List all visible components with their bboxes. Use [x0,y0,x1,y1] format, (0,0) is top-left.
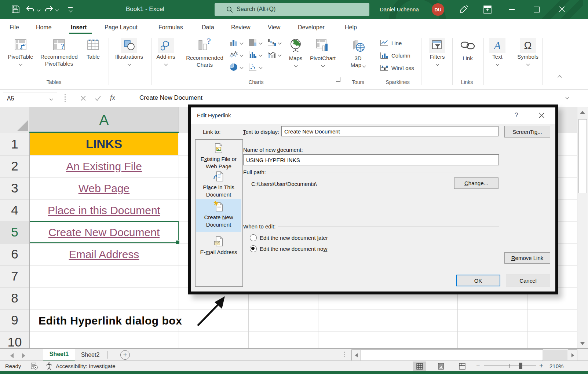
line-chart-dropdown-icon[interactable] [240,53,244,57]
3d-map-button[interactable]: 3D Map [346,38,370,69]
row-header-5[interactable]: 5 [0,221,29,243]
tab-help[interactable]: Help [345,24,357,31]
linkto-existing-file[interactable]: Existing File or Web Page [196,143,241,170]
edit-later-label[interactable]: Edit the new document later [260,235,328,241]
cell-a1[interactable]: LINKS [30,133,178,155]
dialog-help-icon[interactable]: ? [515,111,518,119]
accessibility-icon[interactable] [45,362,53,370]
filters-button[interactable]: Filters [426,38,449,67]
horizontal-scrollbar-thumb[interactable] [361,349,543,361]
minimize-button[interactable] [509,9,515,10]
scatter-chart-icon[interactable] [248,63,257,72]
row-header-8[interactable]: 8 [0,287,29,309]
tab-view[interactable]: View [268,24,280,31]
cancel-entry-icon[interactable] [80,95,86,101]
text-to-display-input[interactable] [281,126,498,136]
tab-developer[interactable]: Developer [298,24,325,31]
select-all-corner[interactable] [0,107,30,133]
dialog-close-icon[interactable] [539,113,544,118]
tab-insert[interactable]: Insert [71,24,87,31]
screentip-button[interactable]: ScreenTip... [504,126,550,138]
tab-review[interactable]: Review [231,24,250,31]
horizontal-scrollbar-track[interactable] [543,350,567,360]
pivotchart-button[interactable]: PivotChart [307,38,338,68]
row-header-1[interactable]: 1 [0,133,29,155]
name-box[interactable]: A5 [3,92,57,105]
linkto-place-in-document[interactable]: Place in This Document [196,171,241,198]
ok-button[interactable]: OK [456,275,500,286]
normal-view-button[interactable] [413,362,426,371]
new-document-name-input[interactable] [243,154,499,165]
sparkline-column-button[interactable]: Column [380,52,410,59]
linkto-email-address[interactable]: E-mail Address [196,236,241,256]
tab-file[interactable]: File [10,24,19,31]
line-chart-icon[interactable] [229,51,238,59]
scatter-chart-dropdown-icon[interactable] [259,66,263,69]
edit-now-label[interactable]: Edit the new document now [260,246,327,252]
hierarchy-chart-icon[interactable] [248,38,257,47]
tab-page-layout[interactable]: Page Layout [105,24,138,31]
row-header-2[interactable]: 2 [0,155,29,177]
recommended-pivottables-button[interactable]: ? Recommended PivotTables [37,38,81,67]
sheet-tab-sheet1[interactable]: Sheet1 [43,349,75,361]
column-header-a[interactable]: A [29,107,179,133]
dialog-title-bar[interactable]: Edit Hyperlink ? [191,107,555,124]
expand-formula-bar-icon[interactable] [566,96,569,99]
formula-content[interactable]: Create New Document [139,94,202,102]
remove-link-button[interactable]: Remove Link [504,252,550,264]
edit-later-radio[interactable] [250,234,257,241]
hierarchy-chart-dropdown-icon[interactable] [259,41,263,45]
hscroll-right-button[interactable] [568,349,577,361]
search-box[interactable]: Search (Alt+Q) [215,3,369,16]
prev-sheet-button[interactable] [10,353,14,358]
ribbon-display-options-icon[interactable] [483,6,492,14]
customize-qat-icon[interactable] [68,7,73,8]
enter-entry-icon[interactable] [95,95,101,101]
page-break-view-button[interactable] [456,362,469,371]
feedback-pen-icon[interactable] [459,5,468,14]
pie-chart-icon[interactable] [229,63,238,72]
maps-button[interactable]: Maps [285,38,306,68]
waterfall-chart-dropdown-icon[interactable] [278,41,282,45]
row-header-10[interactable]: 10 [0,331,29,348]
histogram-chart-icon[interactable] [248,51,257,59]
link-button[interactable]: Link [456,38,479,62]
hscroll-left-button[interactable] [351,349,361,361]
column-chart-dropdown-icon[interactable] [240,41,244,45]
recommended-charts-button[interactable]: ? Recommended Charts [185,37,224,68]
histogram-chart-dropdown-icon[interactable] [259,53,263,57]
undo-icon[interactable] [26,5,35,14]
cancel-button[interactable]: Cancel [506,275,550,286]
insert-function-icon[interactable]: fx [110,94,115,102]
tab-formulas[interactable]: Formulas [158,24,183,31]
column-chart-icon[interactable] [229,38,238,47]
row-header-4[interactable]: 4 [0,199,29,221]
tab-home[interactable]: Home [36,24,52,31]
vertical-scrollbar[interactable] [577,107,588,348]
zoom-out-button[interactable]: − [476,362,480,370]
sparkline-winloss-button[interactable]: Win/Loss [380,64,414,72]
row-header-9[interactable]: 9 [0,309,29,331]
customize-qat-chevron-icon[interactable] [69,9,73,12]
text-button[interactable]: A Text [487,38,508,67]
next-sheet-button[interactable] [22,353,25,358]
redo-dropdown-icon[interactable] [55,8,59,12]
vertical-scrollbar-thumb[interactable] [578,119,587,193]
combo-chart-icon[interactable] [267,51,276,59]
combo-chart-dropdown-icon[interactable] [278,53,282,57]
collapse-ribbon-icon[interactable] [558,75,562,79]
sparkline-line-button[interactable]: Line [380,39,402,47]
pie-chart-dropdown-icon[interactable] [240,66,244,69]
row-header-7[interactable]: 7 [0,265,29,287]
table-button[interactable]: Table [84,38,103,60]
zoom-in-button[interactable]: + [539,362,543,370]
zoom-level[interactable]: 210% [549,363,563,369]
tab-data[interactable]: Data [202,24,214,31]
illustrations-button[interactable]: Illustrations [113,38,146,67]
redo-icon[interactable] [44,5,54,14]
close-button[interactable] [559,6,565,12]
cell-a4[interactable]: Place in this Document [30,199,178,221]
cell-a3[interactable]: Web Page [30,177,178,199]
fill-handle[interactable] [176,240,180,244]
row-header-3[interactable]: 3 [0,177,29,199]
